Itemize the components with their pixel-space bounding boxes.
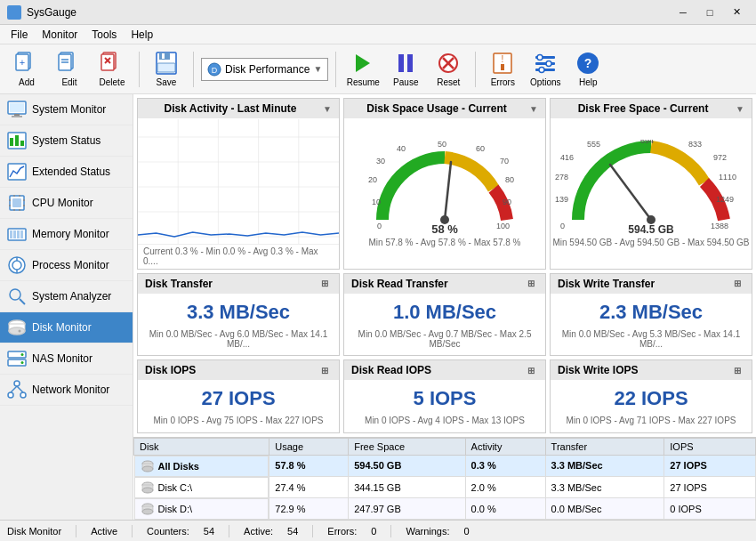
edit-icon <box>57 51 82 76</box>
errors-label: Errors <box>491 77 515 87</box>
disk-read-transfer-value: 1.0 MB/Sec <box>344 294 545 327</box>
extended-status-icon <box>7 162 27 182</box>
sidebar-item-network-monitor[interactable]: Network Monitor <box>0 375 133 406</box>
svg-text:+: + <box>20 57 25 68</box>
sidebar-item-extended-status[interactable]: Extended Status <box>0 157 133 188</box>
status-monitor: Disk Monitor <box>7 526 61 537</box>
nas-monitor-icon <box>7 349 27 368</box>
disk-space-title: Disk Space Usage - Current <box>348 102 526 115</box>
maximize-button[interactable]: □ <box>697 4 722 21</box>
disk-read-iops-value: 5 IOPS <box>344 380 545 414</box>
disk-transfer-expand[interactable]: ⊞ <box>318 279 332 288</box>
network-monitor-icon <box>7 380 27 400</box>
disk-write-transfer-value: 2.3 MB/Sec <box>551 294 752 327</box>
cell-transfer-0: 3.3 MB/Sec <box>545 455 664 477</box>
disk-write-transfer-expand[interactable]: ⊞ <box>730 279 744 288</box>
disk-transfer-header: Disk Transfer ⊞ <box>138 274 339 294</box>
disk-write-transfer-title: Disk Write Transfer <box>558 278 655 290</box>
toolbar-sep-1 <box>139 52 140 87</box>
disk-iops-expand[interactable]: ⊞ <box>318 366 332 375</box>
table-row[interactable]: All Disks 57.8 % 594.50 GB 0.3 % 3.3 MB/… <box>134 455 756 477</box>
svg-line-100 <box>610 165 651 220</box>
disk-space-stats: Min 57.8 % - Avg 57.8 % - Max 57.8 % <box>368 238 520 247</box>
menu-help[interactable]: Help <box>124 27 160 43</box>
cell-transfer-1: 3.3 MB/Sec <box>545 477 664 498</box>
disk-space-usage-panel: Disk Space Usage - Current ▼ <box>343 98 546 270</box>
svg-line-86 <box>445 162 451 220</box>
disk-transfer-value: 3.3 MB/Sec <box>138 294 339 327</box>
col-transfer: Transfer <box>545 438 664 455</box>
svg-marker-17 <box>356 54 370 72</box>
disk-space-expand[interactable]: ▼ <box>526 104 542 114</box>
disk-read-transfer-title: Disk Read Transfer <box>351 278 448 290</box>
sidebar-item-disk-monitor[interactable]: Disk Monitor <box>0 312 133 343</box>
save-button[interactable]: Save <box>147 48 186 91</box>
close-button[interactable]: ✕ <box>724 4 749 21</box>
sidebar-label-system-monitor: System Monitor <box>32 103 106 116</box>
disk-write-iops-title: Disk Write IOPS <box>558 364 638 376</box>
svg-text:90: 90 <box>503 198 511 206</box>
add-button[interactable]: + Add <box>7 48 46 91</box>
edit-button[interactable]: Edit <box>50 48 89 91</box>
svg-line-63 <box>20 299 25 304</box>
disk-activity-expand[interactable]: ▼ <box>319 104 335 114</box>
svg-text:30: 30 <box>376 157 385 166</box>
menu-bar: File Monitor Tools Help <box>0 25 756 44</box>
svg-text:0: 0 <box>560 222 565 230</box>
status-active-label: Active: <box>244 526 273 537</box>
svg-text:555: 555 <box>587 140 600 149</box>
sidebar-label-system-status: System Status <box>32 134 101 147</box>
disk-read-iops-stats: Min 0 IOPS - Avg 4 IOPS - Max 13 IOPS <box>344 414 545 431</box>
sidebar-item-system-analyzer[interactable]: System Analyzer <box>0 281 133 312</box>
svg-text:20: 20 <box>368 175 377 184</box>
disk-write-transfer-header: Disk Write Transfer ⊞ <box>551 274 752 294</box>
options-button[interactable]: Options <box>526 48 565 91</box>
svg-rect-55 <box>13 230 16 238</box>
pause-button[interactable]: Pause <box>386 48 425 91</box>
profile-dropdown-arrow: ▼ <box>313 64 322 74</box>
disk-write-iops-expand[interactable]: ⊞ <box>730 366 744 375</box>
menu-monitor[interactable]: Monitor <box>35 27 84 43</box>
disk-iops-stats: Min 0 IOPS - Avg 75 IOPS - Max 227 IOPS <box>138 414 339 431</box>
svg-text:50: 50 <box>438 140 446 149</box>
sidebar-item-system-monitor[interactable]: System Monitor <box>0 94 133 125</box>
minimize-button[interactable]: ─ <box>671 4 696 21</box>
menu-tools[interactable]: Tools <box>84 27 124 43</box>
disk-read-transfer-expand[interactable]: ⊞ <box>524 279 538 288</box>
table-row[interactable]: Disk D:\ 72.9 % 247.97 GB 0.0 % 0.0 MB/S… <box>134 498 756 520</box>
disk-free-space-title: Disk Free Space - Current <box>554 102 732 115</box>
pause-label: Pause <box>393 77 418 87</box>
profile-dropdown[interactable]: D Disk Performance ▼ <box>201 58 328 81</box>
help-button[interactable]: ? Help <box>568 48 607 91</box>
resume-button[interactable]: Resume <box>343 48 382 91</box>
sidebar-item-process-monitor[interactable]: Process Monitor <box>0 250 133 281</box>
disk-free-space-expand[interactable]: ▼ <box>732 104 748 114</box>
sidebar-item-cpu-monitor[interactable]: CPU Monitor <box>0 188 133 219</box>
disk-table: Disk Usage Free Space Activity Transfer … <box>133 437 756 521</box>
svg-text:80: 80 <box>505 175 514 184</box>
svg-point-72 <box>14 381 20 386</box>
delete-button[interactable]: Delete <box>92 48 132 91</box>
options-label: Options <box>530 77 560 87</box>
cell-usage-1: 27.4 % <box>269 477 349 498</box>
reset-button[interactable]: Reset <box>429 48 468 91</box>
sidebar-item-memory-monitor[interactable]: Memory Monitor <box>0 219 133 250</box>
cell-free-0: 594.50 GB <box>349 455 465 477</box>
cell-free-2: 247.97 GB <box>349 498 465 520</box>
sidebar-label-extended-status: Extended Status <box>32 166 110 178</box>
cell-activity-2: 0.0 % <box>465 498 545 520</box>
sidebar-item-nas-monitor[interactable]: NAS Monitor <box>0 343 133 375</box>
disk-write-transfer-panel: Disk Write Transfer ⊞ 2.3 MB/Sec Min 0.0… <box>550 273 752 357</box>
system-analyzer-icon <box>7 287 27 306</box>
menu-file[interactable]: File <box>4 27 35 43</box>
content-area: Disk Activity - Last Minute ▼ <box>133 94 756 520</box>
svg-rect-8 <box>101 54 114 70</box>
svg-text:D: D <box>212 66 218 75</box>
svg-text:!: ! <box>502 54 504 64</box>
errors-button[interactable]: ! Errors <box>483 48 522 91</box>
disk-read-iops-expand[interactable]: ⊞ <box>524 366 538 375</box>
sidebar-item-system-status[interactable]: System Status <box>0 125 133 157</box>
options-icon <box>533 51 558 76</box>
table-row[interactable]: Disk C:\ 27.4 % 344.15 GB 2.0 % 3.3 MB/S… <box>134 477 756 498</box>
toolbar-sep-3 <box>335 52 336 87</box>
